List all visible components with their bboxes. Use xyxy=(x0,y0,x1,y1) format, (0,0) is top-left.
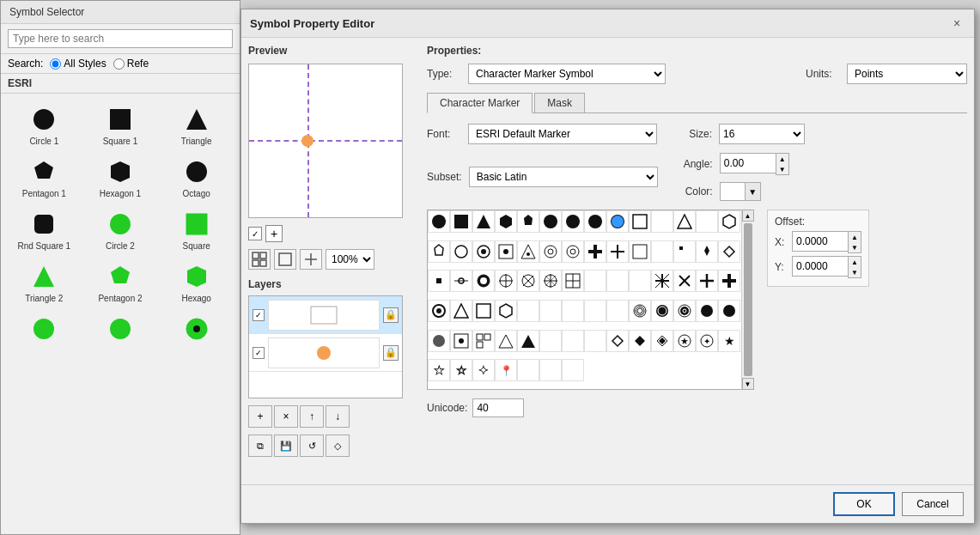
char-cell[interactable] xyxy=(584,300,606,322)
size-select[interactable]: 16 12 18 24 xyxy=(719,124,805,144)
char-cell[interactable] xyxy=(584,270,606,292)
char-cell[interactable] xyxy=(718,300,740,322)
list-item[interactable]: Pentagon 2 xyxy=(84,258,157,307)
layer-row[interactable]: ✓ 🔒 xyxy=(249,296,402,334)
char-cell[interactable] xyxy=(696,300,718,322)
zoom-full-button[interactable] xyxy=(274,249,296,270)
char-cell[interactable] xyxy=(450,300,472,322)
char-cell[interactable] xyxy=(629,240,651,263)
char-cell[interactable] xyxy=(472,300,495,322)
char-cell[interactable] xyxy=(562,300,584,322)
close-button[interactable]: × xyxy=(948,15,965,32)
layer-edit-button[interactable]: ◇ xyxy=(326,435,350,457)
list-item[interactable]: Octago xyxy=(160,153,233,202)
list-item[interactable]: Triangle 2 xyxy=(8,258,81,307)
char-cell[interactable] xyxy=(450,330,472,352)
list-item[interactable]: Hexago xyxy=(160,258,233,307)
char-cell[interactable] xyxy=(472,270,495,292)
x-offset-input[interactable] xyxy=(792,231,848,252)
char-cell[interactable]: ★ xyxy=(673,330,696,352)
char-cell[interactable] xyxy=(673,300,696,322)
char-cell[interactable] xyxy=(517,270,539,292)
char-cell[interactable] xyxy=(428,210,450,233)
x-up-btn[interactable]: ▲ xyxy=(849,232,861,242)
list-item[interactable]: Square xyxy=(160,205,233,254)
angle-down-btn[interactable]: ▼ xyxy=(776,164,788,174)
char-cell[interactable] xyxy=(517,210,539,233)
char-cell[interactable]: ★ xyxy=(428,359,450,381)
color-box[interactable] xyxy=(720,182,746,201)
char-cell[interactable] xyxy=(696,210,718,233)
char-cell[interactable] xyxy=(584,330,606,352)
cancel-button[interactable]: Cancel xyxy=(902,492,964,516)
list-item[interactable]: Circle 2 xyxy=(84,205,157,254)
char-cell[interactable] xyxy=(584,240,606,263)
char-cell[interactable] xyxy=(539,330,562,352)
char-cell[interactable] xyxy=(584,210,606,233)
char-cell[interactable]: 📍 xyxy=(495,359,517,381)
char-cell[interactable] xyxy=(562,270,584,292)
char-cell[interactable] xyxy=(673,210,696,233)
char-cell[interactable] xyxy=(539,270,562,292)
angle-up-btn[interactable]: ▲ xyxy=(776,154,788,164)
y-offset-input[interactable] xyxy=(792,256,848,277)
all-styles-radio[interactable]: All Styles xyxy=(50,58,106,70)
char-cell[interactable] xyxy=(718,210,740,233)
y-down-btn[interactable]: ▼ xyxy=(849,267,861,277)
list-item[interactable]: Pentagon 1 xyxy=(8,153,81,202)
char-cell[interactable] xyxy=(629,330,651,352)
char-cell[interactable] xyxy=(495,330,517,352)
list-item[interactable]: Square 1 xyxy=(84,100,157,149)
char-cell[interactable] xyxy=(450,240,472,263)
zoom-fit-button[interactable] xyxy=(248,249,271,270)
char-cell[interactable] xyxy=(606,330,629,352)
layer-copy-button[interactable]: ⧉ xyxy=(248,435,272,457)
subset-select[interactable]: Basic Latin Latin Extended-A General Pun… xyxy=(469,167,658,187)
scroll-up-btn[interactable]: ▲ xyxy=(742,210,754,222)
tab-character-marker[interactable]: Character Marker xyxy=(427,93,533,113)
layer-row[interactable]: ✓ 🔒 xyxy=(249,334,402,372)
char-cell[interactable] xyxy=(651,300,673,322)
char-cell[interactable] xyxy=(718,270,740,292)
char-cell[interactable] xyxy=(428,330,450,352)
list-item[interactable] xyxy=(84,310,157,350)
char-cell[interactable] xyxy=(606,270,629,292)
char-cell[interactable] xyxy=(428,300,450,322)
char-cell[interactable] xyxy=(629,210,651,233)
char-cell[interactable] xyxy=(539,300,562,322)
char-cell[interactable] xyxy=(562,210,584,233)
char-cell[interactable] xyxy=(718,240,740,263)
scroll-down-btn[interactable]: ▼ xyxy=(742,378,754,390)
char-cell[interactable] xyxy=(495,210,517,233)
char-cell[interactable] xyxy=(472,240,495,263)
char-cell[interactable]: ✦ xyxy=(696,330,718,352)
char-cell[interactable] xyxy=(562,240,584,263)
layer-delete-button[interactable]: × xyxy=(274,405,298,428)
units-select[interactable]: Points Pixels Inches xyxy=(847,64,967,84)
list-item[interactable] xyxy=(8,310,81,350)
char-cell[interactable] xyxy=(450,210,472,233)
char-cell[interactable] xyxy=(517,359,539,381)
char-cell[interactable] xyxy=(517,300,539,322)
layer-up-button[interactable]: ↑ xyxy=(300,405,324,428)
char-cell[interactable] xyxy=(517,240,539,263)
char-cell[interactable] xyxy=(472,330,495,352)
char-cell[interactable] xyxy=(696,240,718,263)
char-cell[interactable]: ★ xyxy=(718,330,740,352)
ok-button[interactable]: OK xyxy=(833,492,895,516)
char-cell[interactable] xyxy=(696,270,718,292)
list-item[interactable]: Circle 1 xyxy=(8,100,81,149)
char-cell[interactable] xyxy=(539,359,562,381)
ref-styles-radio[interactable]: Refe xyxy=(113,58,149,70)
char-cell[interactable] xyxy=(606,210,629,233)
char-cell[interactable] xyxy=(673,270,696,292)
preview-check[interactable]: ✓ xyxy=(248,227,262,240)
char-cell[interactable] xyxy=(495,240,517,263)
layer-check-1[interactable]: ✓ xyxy=(253,309,265,321)
list-item[interactable] xyxy=(160,310,233,350)
char-cell[interactable]: ☆ xyxy=(450,359,472,381)
char-cell[interactable] xyxy=(651,240,673,263)
x-down-btn[interactable]: ▼ xyxy=(849,242,861,252)
angle-input[interactable] xyxy=(720,153,776,173)
char-cell[interactable] xyxy=(651,210,673,233)
